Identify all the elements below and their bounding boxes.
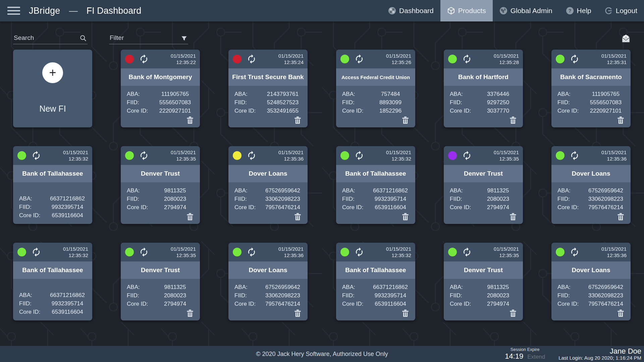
fi-card: 01/15/2021 12:35:22 Bank of Montgomery A…: [121, 50, 200, 127]
timestamp-time: 12:35:36: [601, 252, 627, 259]
refresh-icon[interactable]: [462, 150, 472, 161]
refresh-icon[interactable]: [31, 150, 41, 161]
timestamp-date: 01/15/2021: [171, 246, 196, 252]
new-fi-card[interactable]: + New FI: [13, 50, 92, 127]
refresh-icon[interactable]: [31, 247, 41, 257]
refresh-icon[interactable]: [354, 247, 364, 257]
refresh-icon[interactable]: [139, 150, 149, 161]
extend-session-button[interactable]: Extend: [527, 354, 545, 360]
fi-details: ABA:67526959642 FIID:33062098223 Core ID…: [228, 182, 308, 224]
refresh-icon[interactable]: [247, 150, 257, 161]
search-icon[interactable]: [79, 35, 87, 42]
trash-icon[interactable]: [185, 309, 195, 318]
fiid-value: 5248527523: [261, 98, 308, 107]
fi-card: 01/15/2021 12:35:31 Bank of Sacramento A…: [551, 50, 631, 127]
aba-label: ABA:: [551, 90, 584, 98]
fi-card: 01/15/2021 12:35:26 Access Federal Credi…: [336, 50, 415, 127]
aba-label: ABA:: [121, 283, 154, 291]
plus-icon[interactable]: +: [42, 62, 63, 83]
refresh-icon[interactable]: [570, 150, 580, 161]
refresh-icon[interactable]: [354, 54, 364, 64]
nav-item-dashboard[interactable]: Dashboard: [381, 0, 440, 21]
refresh-icon[interactable]: [570, 247, 580, 257]
fi-card-header: 01/15/2021 12:35:28: [444, 50, 523, 68]
aba-value: 67526959642: [584, 186, 631, 195]
nav-label: Products: [458, 7, 486, 15]
refresh-icon[interactable]: [139, 247, 149, 257]
timestamp: 01/15/2021 12:35:36: [278, 246, 304, 259]
timestamp: 01/15/2021 12:35:36: [601, 246, 627, 259]
nav-label: Global Admin: [511, 7, 552, 15]
nav-item-products[interactable]: Products: [440, 0, 493, 21]
refresh-icon[interactable]: [354, 150, 364, 161]
trash-icon[interactable]: [508, 309, 518, 318]
fiid-value: 2080023: [477, 195, 523, 203]
menu-icon[interactable]: [7, 7, 20, 15]
trash-icon[interactable]: [185, 212, 195, 221]
fiid-value: 33062098223: [261, 195, 308, 203]
trash-icon[interactable]: [293, 116, 302, 125]
timestamp-date: 01/15/2021: [386, 53, 411, 59]
refresh-icon[interactable]: [139, 54, 149, 64]
fi-card-header: 01/15/2021 12:35:22: [121, 50, 200, 68]
trash-icon[interactable]: [508, 116, 518, 125]
trash-icon[interactable]: [401, 212, 410, 221]
trash-icon[interactable]: [401, 116, 410, 125]
aba-label: ABA:: [444, 90, 477, 98]
trash-icon[interactable]: [293, 212, 302, 221]
timestamp-date: 01/15/2021: [278, 246, 304, 252]
fi-details: ABA:66371216862 FIID:9932395714 Core ID:…: [13, 279, 92, 320]
trash-icon[interactable]: [293, 309, 302, 318]
refresh-icon[interactable]: [462, 247, 472, 257]
trash-icon[interactable]: [185, 116, 195, 125]
aba-label: ABA:: [336, 186, 369, 195]
fi-name: Dover Loans: [551, 261, 631, 279]
trash-icon[interactable]: [616, 309, 625, 318]
status-dot: [448, 55, 457, 63]
aba-value: 2143793761: [261, 90, 308, 98]
core-id-value: 6539116604: [46, 308, 92, 316]
timestamp-date: 01/15/2021: [494, 149, 519, 156]
timestamp-date: 01/15/2021: [278, 53, 304, 59]
filter-input[interactable]: [109, 33, 177, 44]
nav-item-logout[interactable]: Logout: [598, 0, 644, 21]
aba-value: 757484: [369, 90, 415, 98]
fi-card: 01/15/2021 12:35:35 Denver Trust ABA:981…: [444, 146, 523, 224]
trash-icon[interactable]: [616, 116, 625, 125]
fi-details: ABA:757484 FIID:8893099 Core ID:1852296: [336, 86, 415, 127]
refresh-icon[interactable]: [570, 54, 580, 64]
timestamp: 01/15/2021 12:35:32: [63, 149, 88, 162]
core-id-value: 79576476214: [261, 300, 308, 308]
core-id-label: Core ID:: [444, 300, 477, 308]
page-title: FI Dashboard: [87, 6, 142, 16]
fi-card-header: 01/15/2021 12:35:35: [444, 146, 523, 165]
fi-details: ABA:67526959642 FIID:33062098223 Core ID…: [228, 279, 308, 320]
trash-icon[interactable]: [401, 309, 410, 318]
fi-card: 01/15/2021 12:35:36 Dover Loans ABA:6752…: [228, 146, 308, 224]
fi-details: ABA:9811325 FIID:2080023 Core ID:2794974: [121, 279, 200, 320]
filter-icon[interactable]: [181, 35, 187, 42]
refresh-icon[interactable]: [247, 247, 257, 257]
fi-name: Denver Trust: [121, 261, 200, 279]
search-input[interactable]: [13, 33, 77, 44]
fiid-value: 33062098223: [584, 195, 631, 203]
timestamp-date: 01/15/2021: [171, 149, 196, 156]
fiid-label: FIID:: [444, 291, 477, 300]
globe-icon: [499, 7, 507, 15]
aba-label: ABA:: [336, 90, 369, 98]
nav-item-global-admin[interactable]: Global Admin: [493, 0, 559, 21]
fi-card-header: 01/15/2021 12:35:36: [551, 146, 631, 165]
trash-icon[interactable]: [616, 212, 625, 221]
aba-label: ABA:: [444, 283, 477, 291]
fiid-label: FIID:: [336, 291, 369, 300]
core-id-value: 2794974: [477, 300, 523, 308]
fi-name: Dover Loans: [551, 165, 631, 182]
open-envelope-icon[interactable]: [621, 34, 631, 44]
refresh-icon[interactable]: [462, 54, 472, 64]
core-id-value: 6539116604: [369, 203, 415, 212]
aba-value: 67526959642: [261, 186, 308, 195]
refresh-icon[interactable]: [247, 54, 257, 64]
trash-icon[interactable]: [508, 212, 518, 221]
nav-item-help[interactable]: ? Help: [559, 0, 598, 21]
core-id-value: 6539116604: [46, 211, 92, 220]
